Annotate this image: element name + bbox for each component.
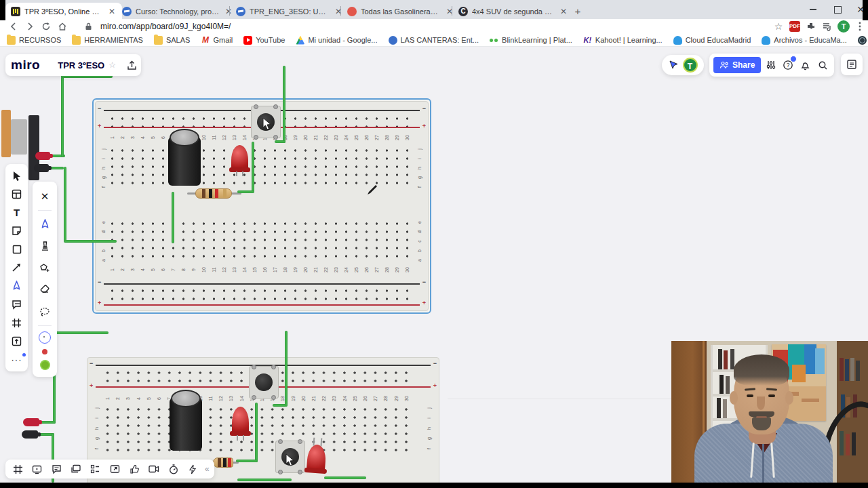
pen-tool-active[interactable] (9, 279, 24, 293)
connection-line-tool[interactable] (9, 260, 24, 275)
templates-tool[interactable] (9, 187, 24, 202)
shapes-tool[interactable] (9, 242, 24, 257)
lasso-option[interactable] (37, 304, 53, 320)
video-chat-icon[interactable] (146, 462, 161, 476)
person-eye (747, 394, 753, 397)
wire-green (275, 140, 285, 143)
frame-tool[interactable] (9, 315, 24, 330)
column-numbers: 1234567891011121314151617181920212223242… (107, 266, 412, 274)
battery-positive-clip (35, 152, 50, 160)
color-green-swatch[interactable] (40, 360, 50, 370)
window-minimize-button[interactable] (802, 0, 825, 19)
reload-button[interactable] (38, 20, 54, 33)
timer-icon[interactable] (166, 462, 181, 476)
close-panel-icon[interactable]: ✕ (37, 188, 53, 205)
reactions-thumbsup-icon[interactable] (127, 462, 142, 476)
smart-shapes-option[interactable] (37, 260, 53, 276)
resistor-component (213, 458, 233, 468)
more-tools[interactable]: ··· (9, 352, 24, 367)
bookmark-star-icon[interactable]: ☆ (770, 20, 787, 33)
tab-course[interactable]: Curso: Technology, programmin ✕ (117, 3, 239, 20)
tab-title: Curso: Technology, programmin (136, 7, 220, 16)
person-mouth (756, 416, 767, 418)
search-icon[interactable] (816, 57, 830, 73)
board-header-card: miro TPR 3ºESO ☆ (5, 54, 141, 76)
collaboration-toolbar: « (5, 460, 214, 479)
favorite-star-icon[interactable]: ☆ (108, 60, 116, 70)
home-button[interactable] (54, 20, 71, 33)
bookmark-blinklearning[interactable]: BlinkLearning | Plat... (490, 36, 572, 45)
comment-tool[interactable] (9, 297, 24, 312)
org-view-icon[interactable] (88, 462, 103, 476)
frame-edge-line (448, 399, 671, 399)
bookmark-las-canteras[interactable]: LAS CANTERAS: Ent... (389, 36, 479, 45)
bookmark-raices[interactable]: Raíces (858, 36, 868, 45)
screen-share-icon[interactable] (108, 462, 123, 476)
extensions-puzzle-icon[interactable] (803, 20, 819, 33)
activity-lightning-icon[interactable] (185, 462, 200, 476)
eraser-option[interactable] (37, 281, 53, 298)
stroke-width-selector[interactable] (39, 331, 51, 344)
pen-options-panel: ✕ (33, 182, 57, 377)
forward-button[interactable] (22, 20, 38, 33)
bookmark-herramientas[interactable]: HERRAMIENTAS (72, 36, 143, 45)
bookmark-cloud-educamadrid[interactable]: Cloud EducaMadrid (673, 36, 751, 45)
cars-favicon: C (458, 7, 468, 16)
collapse-toolbar-chevron[interactable]: « (205, 464, 210, 474)
back-button[interactable] (5, 20, 22, 33)
playlist-extension-icon[interactable] (819, 20, 835, 33)
tab-coches[interactable]: C 4x4 SUV de segunda mano y oc ✕ (453, 3, 574, 20)
bookmark-gmail[interactable]: MGmail (201, 36, 233, 45)
svg-text:?: ? (787, 62, 790, 68)
browser-profile-avatar[interactable]: T (835, 20, 852, 33)
address-bar-url[interactable]: miro.com/app/board/o9J_kgo4I0M=/ (100, 22, 231, 31)
export-board-icon[interactable] (127, 57, 137, 73)
drive-icon (296, 36, 304, 45)
help-icon[interactable]: ? (781, 57, 795, 73)
capacitor-component (170, 390, 202, 451)
miro-logo[interactable]: miro (11, 58, 40, 73)
notes-panel-button[interactable] (841, 54, 863, 75)
new-tab-button[interactable]: + (570, 3, 586, 20)
webcam-overlay (671, 341, 868, 483)
wire-green (236, 460, 258, 462)
notifications-bell-icon[interactable] (798, 57, 812, 73)
bookmark-kahoot[interactable]: K!Kahoot! | Learning... (583, 36, 663, 45)
text-tool[interactable]: T (9, 205, 24, 220)
rail-symbol: + (90, 383, 93, 388)
battery-body (1, 110, 11, 157)
bookmark-recursos[interactable]: RECURSOS (7, 36, 61, 45)
tab-close-icon[interactable]: ✕ (559, 7, 568, 16)
bookmark-drive[interactable]: Mi unidad - Google... (296, 36, 377, 45)
tab-miro-board[interactable]: TPR 3ºESO, Online Whiteboard f ✕ (5, 3, 122, 20)
select-tool[interactable] (9, 169, 24, 184)
captured-cursor-arrow (285, 453, 295, 467)
board-title[interactable]: TPR 3ºESO (58, 60, 104, 70)
share-button[interactable]: Share (713, 57, 761, 73)
https-lock-icon[interactable] (80, 20, 96, 33)
window-maximize-button[interactable] (826, 0, 849, 19)
upload-tool[interactable] (9, 333, 24, 348)
pen-option-active[interactable] (37, 216, 53, 232)
bookmark-archivos[interactable]: Archivos - EducaMa... (762, 36, 847, 45)
user-avatar[interactable]: T (683, 58, 698, 73)
led-component (231, 145, 248, 176)
cards-icon[interactable] (68, 462, 83, 476)
pdf-extension-icon[interactable]: PDF (787, 20, 803, 33)
comments-panel-icon[interactable] (50, 462, 64, 476)
sticky-note-tool[interactable] (9, 224, 24, 239)
board-settings-sliders-icon[interactable] (764, 57, 778, 73)
tab-close-icon[interactable]: ✕ (107, 7, 117, 16)
frames-panel-icon[interactable] (10, 462, 25, 476)
bookmark-youtube[interactable]: YouTube (243, 36, 285, 45)
color-red-swatch[interactable] (42, 349, 47, 354)
bookmark-salas[interactable]: SALAS (154, 36, 190, 45)
browser-menu-icon[interactable] (852, 20, 868, 33)
row-letters: jihgf (416, 146, 424, 190)
divider (38, 325, 52, 326)
highlighter-option[interactable] (37, 238, 53, 254)
presentation-icon[interactable] (30, 462, 45, 476)
tab-course-2[interactable]: TPR_ENG_3ESO: UD3_P9_Using c ✕ (231, 3, 349, 20)
tab-gasolineras[interactable]: Todas las Gasolineras AutoGas G ✕ (342, 3, 460, 20)
wire-green (285, 331, 288, 407)
